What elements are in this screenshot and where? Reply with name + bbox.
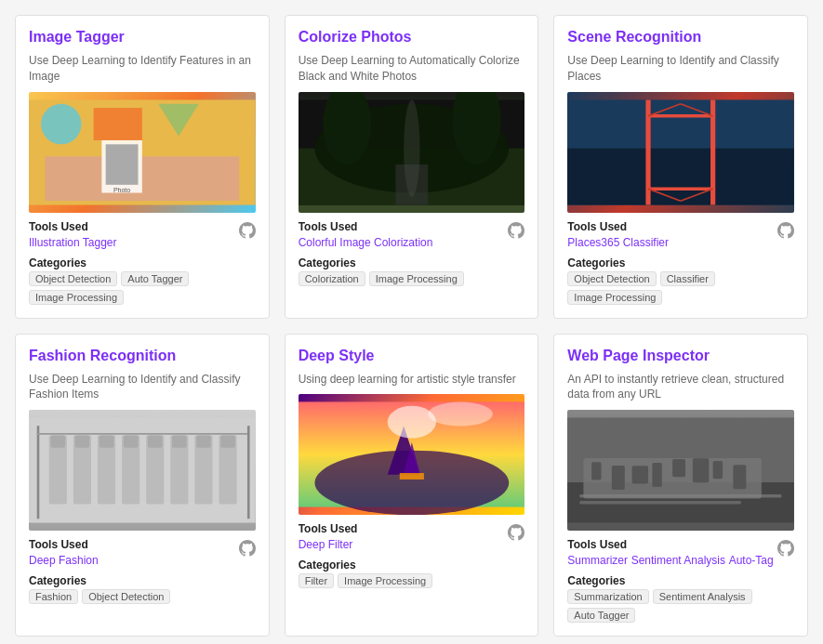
svg-rect-55: [591, 462, 601, 480]
card-description: Use Deep Learning to Identify and Classi…: [567, 53, 794, 85]
category-tag[interactable]: Classifier: [660, 271, 715, 286]
card-fashion-recognition: Fashion RecognitionUse Deep Learning to …: [15, 334, 270, 637]
tools-label: Tools Used: [567, 538, 773, 551]
svg-point-14: [404, 99, 419, 196]
card-description: Use Deep Learning to Identify Features i…: [29, 53, 256, 85]
tools-row: Tools UsedColorful Image Colorization: [299, 220, 525, 249]
category-tag[interactable]: Image Processing: [338, 573, 432, 588]
svg-rect-6: [106, 144, 139, 185]
card-title[interactable]: Fashion Recognition: [29, 348, 256, 364]
card-title[interactable]: Colorize Photos: [299, 29, 525, 46]
svg-rect-26: [37, 426, 40, 519]
categories-row: FashionObject Detection: [29, 589, 256, 604]
category-tag[interactable]: Auto Tagger: [121, 271, 189, 286]
card-title[interactable]: Web Page Inspector: [567, 348, 794, 364]
github-icon[interactable]: [239, 540, 256, 557]
tools-section: Tools UsedColorful Image Colorization: [299, 220, 433, 249]
category-tag[interactable]: Image Processing: [29, 290, 124, 305]
categories-row: ColorizationImage Processing: [299, 271, 525, 286]
card-title[interactable]: Image Tagger: [29, 29, 256, 46]
svg-rect-42: [196, 436, 211, 448]
tools-section: Tools UsedDeep Fashion: [29, 538, 99, 567]
tools-label: Tools Used: [299, 220, 433, 233]
categories-label: Categories: [299, 559, 525, 572]
svg-rect-60: [693, 458, 709, 482]
svg-rect-27: [247, 426, 250, 519]
card-description: Use Deep Learning to Identify and Classi…: [29, 372, 256, 403]
svg-rect-44: [220, 436, 235, 448]
category-tag[interactable]: Image Processing: [369, 271, 464, 286]
card-image: [29, 410, 256, 531]
github-icon[interactable]: [777, 222, 794, 239]
categories-section: CategoriesFilterImage Processing: [299, 559, 525, 588]
card-title[interactable]: Scene Recognition: [567, 29, 794, 46]
card-description: An API to instantly retrieve clean, stru…: [567, 372, 794, 403]
tools-label: Tools Used: [29, 220, 117, 233]
categories-row: Object DetectionClassifierImage Processi…: [567, 271, 794, 305]
tools-links: Deep Fashion: [29, 553, 99, 567]
tool-link-0[interactable]: Places365 Classifier: [567, 236, 669, 249]
github-icon[interactable]: [508, 524, 524, 541]
category-tag[interactable]: Object Detection: [567, 271, 656, 286]
card-image: [299, 92, 525, 213]
tool-link-0[interactable]: Illustration Tagger: [29, 236, 117, 249]
svg-rect-40: [172, 436, 187, 448]
svg-rect-63: [579, 494, 782, 497]
category-tag[interactable]: Object Detection: [29, 271, 117, 286]
tools-row: Tools UsedDeep Filter: [299, 522, 525, 551]
tool-link-2[interactable]: Auto-Tag: [729, 554, 774, 567]
category-tag[interactable]: Fashion: [29, 589, 78, 604]
svg-rect-57: [632, 466, 648, 483]
github-icon[interactable]: [508, 222, 524, 239]
category-tag[interactable]: Image Processing: [567, 290, 662, 305]
category-tag[interactable]: Auto Tagger: [567, 608, 635, 623]
svg-rect-34: [100, 436, 114, 448]
svg-rect-49: [399, 473, 423, 480]
svg-rect-56: [612, 466, 625, 490]
tool-link-0[interactable]: Deep Filter: [299, 538, 353, 551]
svg-point-50: [387, 406, 435, 439]
card-title[interactable]: Deep Style: [299, 348, 525, 364]
tools-row: Tools UsedSummarizer Sentiment Analysis …: [567, 538, 794, 567]
categories-label: Categories: [567, 256, 794, 269]
tool-link-0[interactable]: Deep Fashion: [29, 554, 99, 567]
tools-links: Illustration Tagger: [29, 235, 117, 249]
tools-row: Tools UsedDeep Fashion: [29, 538, 256, 567]
svg-rect-32: [75, 436, 90, 448]
categories-section: CategoriesColorizationImage Processing: [299, 256, 525, 286]
svg-rect-64: [579, 501, 741, 504]
category-tag[interactable]: Filter: [299, 573, 334, 588]
tools-section: Tools UsedPlaces365 Classifier: [567, 220, 669, 249]
card-scene-recognition: Scene RecognitionUse Deep Learning to Id…: [553, 15, 808, 319]
tool-link-0[interactable]: Summarizer: [567, 554, 628, 567]
tools-section: Tools UsedIllustration Tagger: [29, 220, 117, 249]
github-icon[interactable]: [777, 540, 794, 557]
card-image: [567, 92, 794, 213]
tools-links: Deep Filter: [299, 537, 358, 551]
card-image: [567, 410, 794, 531]
category-tag[interactable]: Sentiment Analysis: [653, 589, 752, 604]
tools-section: Tools UsedSummarizer Sentiment Analysis …: [567, 538, 773, 567]
svg-rect-36: [124, 436, 139, 448]
category-tag[interactable]: Colorization: [299, 271, 365, 286]
svg-rect-62: [734, 465, 747, 489]
card-colorize-photos: Colorize PhotosUse Deep Learning to Auto…: [285, 15, 539, 319]
tools-links: Summarizer Sentiment Analysis Auto-Tag: [567, 553, 773, 567]
svg-rect-16: [567, 148, 794, 204]
github-icon[interactable]: [239, 222, 256, 239]
svg-rect-2: [94, 108, 142, 140]
category-tag[interactable]: Object Detection: [82, 589, 170, 604]
card-image: Photo: [29, 92, 256, 213]
svg-rect-61: [713, 461, 723, 479]
tool-link-0[interactable]: Colorful Image Colorization: [299, 236, 433, 249]
tools-row: Tools UsedPlaces365 Classifier: [567, 220, 794, 249]
category-tag[interactable]: Summarization: [567, 589, 648, 604]
tool-link-1[interactable]: Sentiment Analysis: [631, 554, 725, 567]
categories-label: Categories: [29, 256, 256, 269]
categories-section: CategoriesObject DetectionAuto TaggerIma…: [29, 256, 256, 305]
categories-section: CategoriesSummarizationSentiment Analysi…: [567, 574, 794, 623]
card-image-tagger: Image TaggerUse Deep Learning to Identif…: [15, 15, 270, 319]
card-image: [299, 394, 525, 515]
svg-rect-58: [653, 463, 662, 487]
tools-label: Tools Used: [29, 538, 99, 551]
